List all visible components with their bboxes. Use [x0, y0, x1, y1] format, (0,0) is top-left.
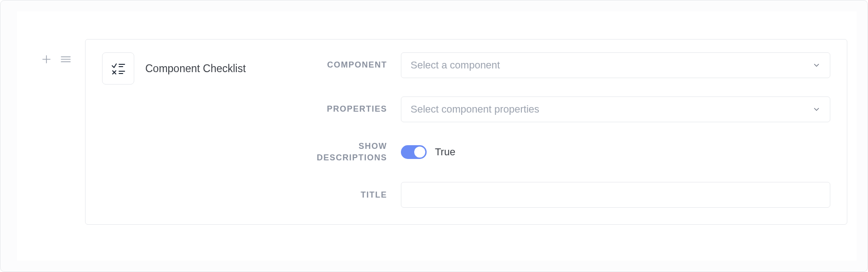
- page-container: Component Checklist Component Select a c…: [0, 0, 868, 272]
- component-form: Component Select a component Properties: [304, 52, 830, 208]
- show-descriptions-toggle[interactable]: [401, 145, 427, 159]
- drag-handle-icon: [60, 53, 72, 65]
- form-row-title: Title: [304, 182, 830, 208]
- editor-canvas: Component Checklist Component Select a c…: [17, 11, 857, 261]
- show-descriptions-toggle-wrap: True: [401, 145, 830, 159]
- toggle-knob: [414, 147, 425, 158]
- title-label: Title: [304, 189, 387, 201]
- drag-handle[interactable]: [59, 53, 72, 66]
- properties-select-placeholder: Select component properties: [411, 103, 539, 115]
- block-controls: [40, 39, 85, 66]
- block-row: Component Checklist Component Select a c…: [40, 39, 847, 225]
- form-row-component: Component Select a component: [304, 52, 830, 78]
- plus-icon: [41, 54, 52, 65]
- properties-label: Properties: [304, 103, 387, 115]
- add-block-button[interactable]: [40, 53, 53, 66]
- component-select-placeholder: Select a component: [411, 59, 500, 71]
- title-input[interactable]: [411, 182, 821, 207]
- component-card: Component Checklist Component Select a c…: [85, 39, 847, 225]
- component-select[interactable]: Select a component: [401, 52, 830, 78]
- form-row-show-descriptions: Show Descriptions True: [304, 141, 830, 164]
- show-descriptions-value: True: [435, 146, 455, 158]
- component-type-icon-box: [102, 52, 134, 85]
- component-label: Component: [304, 59, 387, 71]
- properties-select[interactable]: Select component properties: [401, 96, 830, 122]
- chevron-down-icon: [812, 61, 821, 69]
- component-title: Component Checklist: [145, 62, 246, 75]
- form-row-properties: Properties Select component properties: [304, 96, 830, 122]
- show-descriptions-label: Show Descriptions: [304, 141, 387, 164]
- checklist-icon: [110, 60, 126, 77]
- card-header: Component Checklist: [102, 52, 304, 85]
- title-input-wrapper: [401, 182, 830, 208]
- chevron-down-icon: [812, 105, 821, 113]
